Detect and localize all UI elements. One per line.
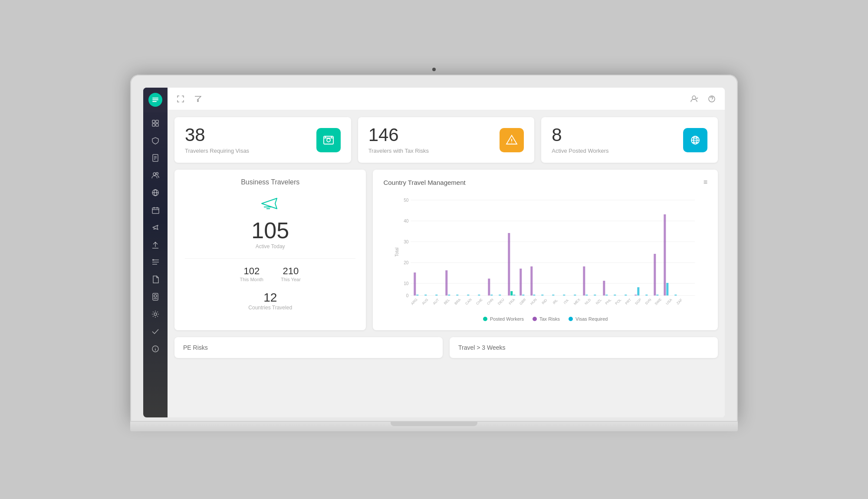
svg-rect-78	[523, 295, 525, 295]
sidebar-logo	[143, 88, 168, 112]
svg-rect-82	[552, 295, 555, 295]
svg-text:PRT: PRT	[625, 298, 632, 305]
svg-rect-5	[152, 124, 155, 126]
svg-text:IRL: IRL	[552, 298, 559, 305]
sidebar-item-calendar[interactable]	[147, 202, 164, 218]
svg-point-30	[154, 313, 157, 315]
svg-rect-94	[646, 295, 648, 295]
laptop-base	[130, 422, 738, 431]
svg-rect-74	[508, 233, 510, 295]
countries-label: Countries Traveled	[248, 305, 292, 311]
tax-icon	[500, 128, 524, 152]
screen-inner: 38 Travelers Requiring Visas	[143, 88, 725, 417]
svg-text:AUT: AUT	[432, 298, 440, 305]
top-bar-right	[688, 93, 718, 105]
active-today-number: 105	[251, 219, 289, 242]
svg-rect-2	[152, 101, 157, 102]
sidebar-item-compliance[interactable]	[147, 133, 164, 148]
svg-text:BRA: BRA	[454, 298, 462, 305]
laptop-notch	[391, 422, 477, 426]
sidebar-item-travel[interactable]	[147, 185, 164, 200]
sidebar-item-dashboard[interactable]	[147, 115, 164, 131]
camera-dot	[432, 68, 436, 71]
svg-point-11	[153, 173, 156, 175]
visa-label: Travelers Requiring Visas	[185, 148, 249, 154]
svg-text:10: 10	[404, 281, 409, 286]
legend-dot-visa	[569, 317, 573, 321]
workers-count: 8	[552, 126, 608, 144]
svg-text:IND: IND	[541, 298, 548, 305]
plane-icon	[260, 195, 281, 212]
this-year-label: This Year	[281, 277, 301, 282]
svg-rect-93	[638, 287, 640, 295]
visa-count: 38	[185, 126, 249, 144]
svg-point-34	[692, 96, 696, 99]
top-bar	[168, 88, 725, 110]
this-month-stat: 102 This Month	[240, 266, 263, 282]
svg-rect-76	[513, 295, 516, 295]
chart-legend: Posted Workers Tax Risks Visas Required	[383, 316, 707, 322]
main-content: 38 Travelers Requiring Visas	[168, 88, 725, 417]
svg-point-28	[154, 295, 157, 297]
sidebar-item-flights[interactable]	[147, 220, 164, 235]
bottom-row: Business Travelers 105 Active Today	[174, 170, 718, 330]
svg-text:SGP: SGP	[635, 298, 642, 305]
svg-rect-71	[488, 279, 490, 295]
svg-rect-1	[152, 99, 158, 100]
svg-rect-96	[657, 295, 659, 295]
svg-rect-75	[511, 291, 513, 295]
svg-text:30: 30	[404, 240, 409, 244]
this-month-number: 102	[240, 266, 263, 277]
svg-rect-77	[520, 269, 522, 295]
expand-button[interactable]	[174, 93, 187, 105]
monthly-yearly-stats: 102 This Month 210 This Year	[185, 258, 355, 282]
sidebar-icons	[147, 112, 164, 417]
svg-rect-80	[533, 295, 536, 295]
sidebar-item-reports[interactable]	[147, 254, 164, 270]
svg-rect-6	[156, 124, 158, 126]
svg-text:Total: Total	[395, 247, 400, 256]
sidebar-item-info[interactable]	[147, 341, 164, 357]
svg-text:NZL: NZL	[595, 298, 602, 305]
sidebar-item-tasks[interactable]	[147, 324, 164, 339]
legend-label-visa: Visas Required	[575, 316, 608, 322]
legend-label-posted: Posted Workers	[490, 316, 524, 322]
tax-label: Travelers with Tax Risks	[368, 148, 429, 154]
visa-icon	[316, 128, 341, 152]
sidebar-item-upload[interactable]	[147, 237, 164, 253]
svg-text:MEX: MEX	[573, 297, 582, 305]
active-today-label: Active Today	[256, 243, 285, 250]
sidebar-item-files[interactable]	[147, 272, 164, 287]
svg-rect-72	[491, 295, 493, 295]
legend-label-tax: Tax Risks	[539, 316, 560, 322]
svg-rect-70	[478, 295, 480, 295]
svg-text:GBR: GBR	[519, 298, 527, 306]
filter-button[interactable]	[192, 93, 204, 105]
svg-text:CHN: CHN	[487, 298, 495, 306]
workers-card-info: 8 Active Posted Workers	[552, 126, 608, 154]
business-travelers-card: Business Travelers 105 Active Today	[174, 170, 366, 330]
svg-text:POL: POL	[615, 298, 622, 305]
chart-header: Country Travel Management ≡	[383, 178, 707, 186]
svg-point-38	[327, 138, 330, 142]
sidebar-item-documents[interactable]	[147, 150, 164, 166]
svg-text:40: 40	[404, 219, 409, 223]
this-year-stat: 210 This Year	[281, 266, 301, 282]
chart-menu-button[interactable]: ≡	[704, 178, 707, 186]
help-button[interactable]	[706, 93, 718, 105]
svg-text:0: 0	[406, 293, 409, 298]
sidebar-item-people[interactable]	[147, 167, 164, 183]
camera-area	[130, 68, 738, 71]
svg-rect-84	[574, 295, 576, 295]
svg-text:SWE: SWE	[654, 298, 662, 306]
country-travel-chart-card: Country Travel Management ≡ Total	[373, 170, 718, 330]
stat-cards-row: 38 Travelers Requiring Visas	[174, 117, 718, 163]
sidebar-item-badge[interactable]	[147, 289, 164, 305]
svg-point-33	[155, 347, 156, 348]
sidebar-item-settings[interactable]	[147, 306, 164, 322]
svg-rect-69	[467, 295, 470, 295]
legend-tax-risks: Tax Risks	[533, 316, 560, 322]
user-menu-button[interactable]	[688, 93, 700, 105]
chart-title: Country Travel Management	[383, 179, 465, 186]
svg-text:SVN: SVN	[644, 298, 652, 305]
